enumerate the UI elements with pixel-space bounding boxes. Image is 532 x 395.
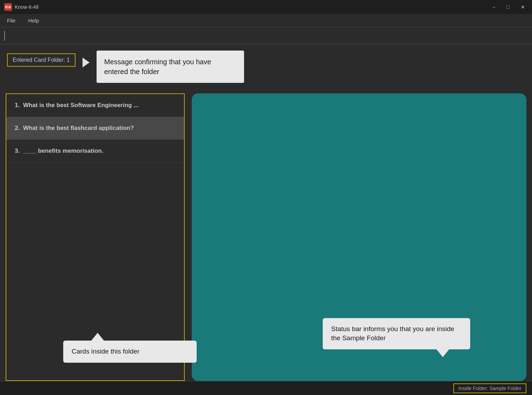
confirmation-tooltip: Message confirming that you have entered… <box>97 51 244 83</box>
card-3-index: 3. <box>15 147 23 154</box>
status-callout: Status bar informs you that you are insi… <box>323 318 470 349</box>
page-wrapper: Entered Card Folder: 1 Message confirmin… <box>0 44 532 395</box>
cards-callout-text: Cards inside this folder <box>72 348 139 355</box>
menu-bar: File Help <box>0 14 532 27</box>
card-3-text: ____ benefits memorisation. <box>23 147 104 154</box>
logo-text: KIA <box>5 5 11 9</box>
title-bar: KIA Know-It-All − □ ✕ <box>0 0 532 14</box>
status-callout-arrow <box>436 349 449 357</box>
cards-callout: Cards inside this folder <box>63 341 197 363</box>
title-bar-controls: − □ ✕ <box>490 3 528 11</box>
arrow-to-tooltip <box>83 58 90 67</box>
status-callout-text: Status bar informs you that you are insi… <box>331 325 454 342</box>
title-bar-left: KIA Know-It-All <box>4 3 39 11</box>
cards-and-panel: 1. What is the best Software Engineering… <box>0 93 532 381</box>
maximize-button[interactable]: □ <box>504 3 512 11</box>
card-1-index: 1. <box>15 102 23 108</box>
menu-file[interactable]: File <box>4 16 18 25</box>
app-logo: KIA <box>4 3 12 11</box>
status-badge: Inside Folder: Sample Folder <box>453 383 526 393</box>
app-title: Know-It-All <box>15 4 39 10</box>
card-2-index: 2. <box>15 125 23 131</box>
card-item-2[interactable]: 2. What is the best flashcard applicatio… <box>6 117 184 140</box>
teal-panel: Status bar informs you that you are insi… <box>192 93 526 381</box>
entered-folder-badge: Entered Card Folder: 1 <box>7 53 75 67</box>
minimize-button[interactable]: − <box>490 3 498 11</box>
card-item-1[interactable]: 1. What is the best Software Engineering… <box>6 94 184 117</box>
toolbar <box>0 27 532 44</box>
confirmation-tooltip-text: Message confirming that you have entered… <box>104 58 211 75</box>
main-content: Entered Card Folder: 1 Message confirmin… <box>0 44 532 381</box>
close-button[interactable]: ✕ <box>518 3 528 11</box>
menu-help[interactable]: Help <box>25 16 42 25</box>
card-item-3[interactable]: 3. ____ benefits memorisation. <box>6 140 184 163</box>
confirmation-area: Entered Card Folder: 1 Message confirmin… <box>0 44 532 93</box>
status-bar: Inside Folder: Sample Folder <box>0 381 532 395</box>
cards-callout-arrow <box>91 333 104 341</box>
card-2-text: What is the best flashcard application? <box>23 125 134 131</box>
search-input[interactable] <box>4 31 74 41</box>
card-1-text: What is the best Software Engineering ..… <box>23 102 139 108</box>
